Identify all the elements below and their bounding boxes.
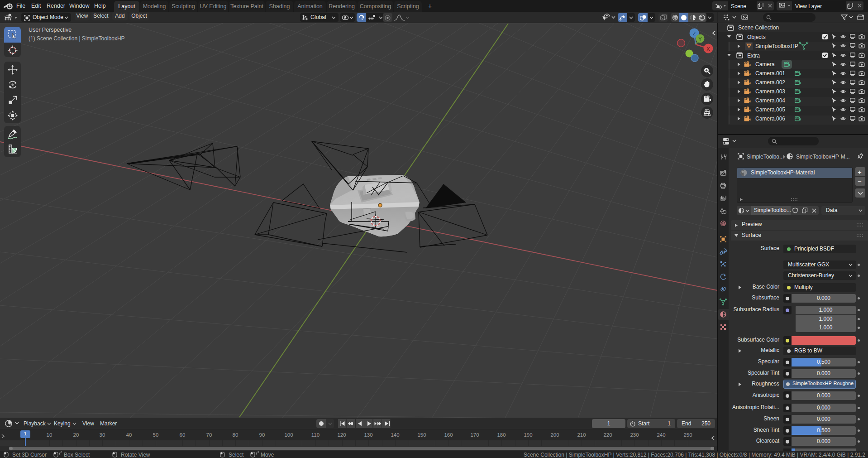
svg-text:Z: Z — [693, 31, 696, 36]
svg-text:Camera.006: Camera.006 — [755, 116, 785, 122]
svg-text:Y: Y — [698, 36, 702, 42]
svg-text:Camera.002: Camera.002 — [755, 79, 785, 86]
svg-text:Scene Collection: Scene Collection — [738, 24, 779, 31]
svg-text:X: X — [706, 46, 710, 52]
svg-text:Camera: Camera — [755, 61, 775, 67]
svg-text:Camera.003: Camera.003 — [755, 88, 785, 95]
svg-text:Camera.001: Camera.001 — [755, 70, 785, 77]
svg-text:Camera.004: Camera.004 — [755, 97, 785, 104]
svg-text:Extra: Extra — [747, 53, 760, 59]
svg-text:SimpleToolboxHP: SimpleToolboxHP — [755, 43, 798, 49]
svg-text:Objects: Objects — [747, 34, 766, 40]
svg-text:Camera.005: Camera.005 — [755, 106, 785, 113]
